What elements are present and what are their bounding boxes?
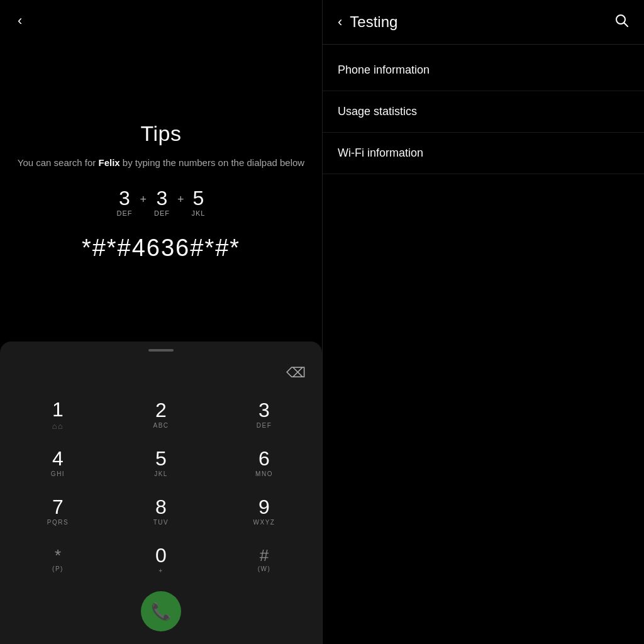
dialpad-input-row: ⌫ (0, 362, 322, 384)
call-button[interactable]: 📞 (141, 591, 181, 631)
left-panel: ‹ Tips You can search for Felix by typin… (0, 0, 322, 644)
menu-item-phone-info[interactable]: Phone information (323, 50, 644, 91)
dial-key-7[interactable]: 7 PQRS (6, 488, 109, 536)
call-icon: 📞 (151, 602, 171, 621)
dial-key-0[interactable]: 0 + (109, 536, 213, 585)
right-title: Testing (350, 13, 397, 31)
back-button-right[interactable]: ‹ (338, 14, 342, 30)
num-digit-3: 5 (193, 188, 204, 208)
num-digit-1: 3 (119, 188, 130, 208)
menu-item-wifi-info[interactable]: Wi-Fi information (323, 133, 644, 174)
right-panel: ‹ Testing Phone information Usage statis… (322, 0, 644, 644)
dial-key-9[interactable]: 9 WXYZ (213, 488, 316, 536)
dial-key-6[interactable]: 6 MNO (213, 440, 316, 488)
search-button[interactable] (614, 13, 629, 31)
dial-key-2[interactable]: 2 ABC (109, 391, 213, 440)
tips-section: Tips You can search for Felix by typing … (0, 42, 322, 341)
dialpad-handle (148, 349, 174, 352)
dialpad-call-row: 📞 (141, 591, 181, 631)
num-item-2: 3 DEF (154, 188, 170, 217)
tips-title: Tips (141, 121, 182, 146)
dial-key-3[interactable]: 3 DEF (213, 391, 316, 440)
back-button-left[interactable]: ‹ (13, 10, 27, 31)
left-header: ‹ (0, 0, 322, 42)
dial-key-8[interactable]: 8 TUV (109, 488, 213, 536)
num-item-3: 5 JKL (192, 188, 206, 217)
menu-list: Phone information Usage statistics Wi-Fi… (323, 45, 644, 174)
right-header: ‹ Testing (323, 0, 644, 45)
num-plus-1: + (139, 193, 148, 206)
right-header-left: ‹ Testing (338, 13, 397, 31)
backspace-icon: ⌫ (286, 365, 306, 381)
dialpad-section: ⌫ 1 ⌂⌂ 2 ABC 3 DEF 4 GHI 5 (0, 341, 322, 644)
num-label-1: DEF (117, 209, 133, 217)
backspace-button[interactable]: ⌫ (282, 362, 309, 384)
num-item-1: 3 DEF (117, 188, 133, 217)
dialpad-grid: 1 ⌂⌂ 2 ABC 3 DEF 4 GHI 5 JKL 6 MNO (0, 391, 322, 585)
num-plus-2: + (176, 193, 186, 206)
dial-key-hash[interactable]: # (W) (213, 536, 316, 585)
svg-line-1 (625, 23, 628, 27)
dial-code: *#*#4636#*#* (82, 235, 240, 262)
menu-item-usage-stats[interactable]: Usage statistics (323, 91, 644, 133)
num-label-2: DEF (154, 209, 170, 217)
tips-subtitle: You can search for Felix by typing the n… (18, 156, 304, 170)
dial-key-star[interactable]: * (P) (6, 536, 109, 585)
num-digit-2: 3 (157, 188, 168, 208)
num-label-3: JKL (192, 209, 206, 217)
dial-key-4[interactable]: 4 GHI (6, 440, 109, 488)
dial-key-1[interactable]: 1 ⌂⌂ (6, 391, 109, 440)
dial-key-5[interactable]: 5 JKL (109, 440, 213, 488)
number-display: 3 DEF + 3 DEF + 5 JKL (117, 188, 206, 217)
